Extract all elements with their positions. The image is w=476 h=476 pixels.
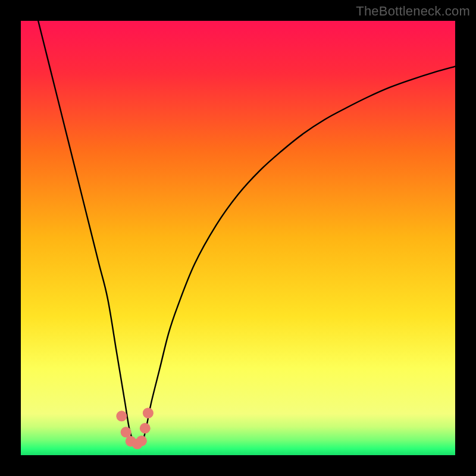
gradient-bg [21, 21, 455, 455]
trough-marker [136, 436, 147, 446]
trough-marker [121, 427, 131, 437]
bottleneck-chart [21, 21, 455, 455]
trough-marker [140, 423, 151, 434]
trough-marker [116, 411, 127, 421]
chart-frame: TheBottleneck.com [0, 0, 476, 476]
plot-area [21, 21, 455, 455]
watermark-text: TheBottleneck.com [356, 4, 470, 19]
trough-marker [143, 408, 154, 418]
